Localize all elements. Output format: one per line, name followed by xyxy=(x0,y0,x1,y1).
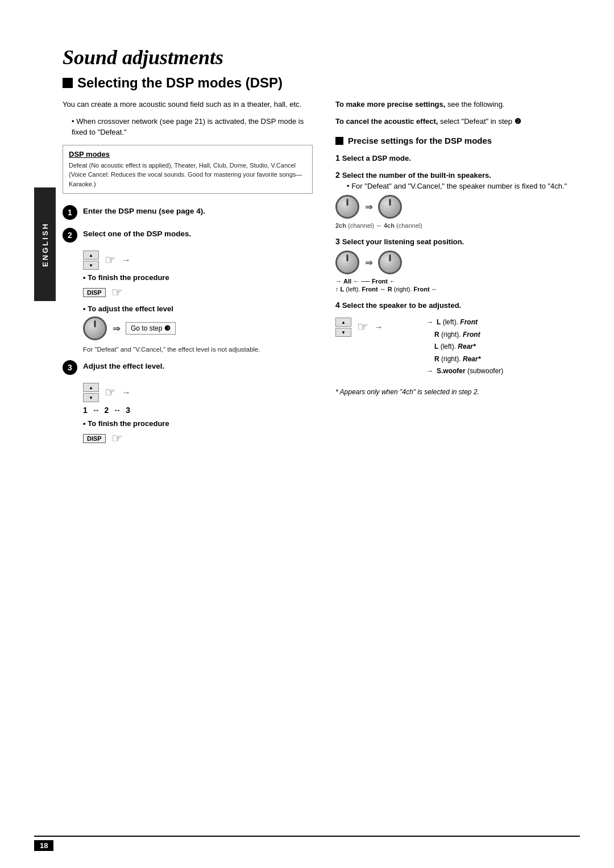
step3-arrow-down: ▼ xyxy=(83,393,99,402)
sub-step-effect: To adjust the effect level ⇒ Go to step … xyxy=(83,304,313,340)
step4-icons: ▲ ▼ ☞ → xyxy=(335,314,383,340)
bullet-crossover: When crossover network (see page 21) is … xyxy=(72,116,313,138)
dsp-box-text: Defeat (No acoustic effect is applied), … xyxy=(69,161,306,189)
knob-4ch xyxy=(378,195,402,219)
step2-icon-area: ▲ ▼ ☞ → To finish the procedure DISP ☞ xyxy=(83,251,313,354)
arrow-thick-2: ⇒ xyxy=(365,202,372,212)
hand-icon: ☞ xyxy=(105,253,116,268)
disp-icon-row-1: DISP ☞ xyxy=(83,285,313,300)
step2-knobs: ⇒ xyxy=(335,195,580,219)
page-title: Sound adjustments xyxy=(63,45,580,69)
disp-icon-row-2: DISP ☞ xyxy=(83,431,313,446)
step-3-circle: 3 xyxy=(63,360,77,375)
precise-heading-square xyxy=(335,137,343,145)
speaker-diagram: → L (left). Front R (right). Front L (le… xyxy=(426,316,503,378)
two-column-layout: You can create a more acoustic sound fie… xyxy=(63,99,580,450)
section-heading-text: Selecting the DSP modes (DSP) xyxy=(77,75,283,91)
step-1-text: Enter the DSP menu (see page 4). xyxy=(83,205,205,217)
pos-diagram: → All ← ── Front ← ↑ L (left). Front ↔ R… xyxy=(335,278,580,293)
section-heading-square xyxy=(63,78,73,88)
arrow-right-icon: → xyxy=(122,255,131,265)
precise-heading: Precise settings for the DSP modes xyxy=(335,136,580,145)
section-heading: Selecting the DSP modes (DSP) xyxy=(63,75,580,91)
effect-icon-row: ⇒ Go to step ❸ xyxy=(83,316,313,340)
right-step-3: 3 Select your listening seat position. ⇒… xyxy=(335,237,580,293)
step3-knobs: ⇒ xyxy=(335,251,580,274)
step3-content: ▲ ▼ ☞ → 1 ↔ 2 ↔ 3 To finish the procedur… xyxy=(83,383,313,446)
right-intro-text: To make more precise settings, see the f… xyxy=(335,99,580,110)
right-step-1-content: 1 Select a DSP mode. xyxy=(335,153,580,162)
step-1-circle: 1 xyxy=(63,205,77,220)
right-step-3-content: 3 Select your listening seat position. xyxy=(335,237,580,246)
right-step-2-sub: For "Defeat" and "V.Cancel," the speaker… xyxy=(347,182,580,190)
step-1: 1 Enter the DSP menu (see page 4). xyxy=(63,205,313,220)
step3-icon-row: ▲ ▼ ☞ → xyxy=(83,383,313,402)
knob-pos-1 xyxy=(335,251,359,274)
sub-step-finish-label-1: To finish the procedure xyxy=(83,273,313,282)
step3-arrow-up: ▲ xyxy=(83,383,99,392)
knob-icon xyxy=(83,316,107,340)
page-container: ENGLISH Sound adjustments Selecting the … xyxy=(0,0,614,868)
step4-arrow-down: ▼ xyxy=(335,328,351,337)
step2-icon-row: ▲ ▼ ☞ → xyxy=(83,251,313,270)
right-step-2-content: 2 Select the number of the built-in spea… xyxy=(335,170,580,180)
sub-step-finish-1: To finish the procedure DISP ☞ xyxy=(83,273,313,300)
effect-note: For "Defeat" and "V.Cancel," the effect … xyxy=(83,345,313,354)
goto-step-box: Go to step ❸ xyxy=(126,322,176,335)
right-step-4-content: 4 Select the speaker to be adjusted. xyxy=(335,301,580,310)
english-sidebar: ENGLISH xyxy=(34,187,56,301)
sub-step-finish-2: To finish the procedure DISP ☞ xyxy=(83,419,313,446)
step-3-text: Adjust the effect level. xyxy=(83,360,164,372)
channel-label: 2ch (channel) ↔ 4ch (channel) xyxy=(335,222,580,229)
step4-arrow-buttons: ▲ ▼ xyxy=(335,318,351,337)
knob-pos-2 xyxy=(378,251,402,274)
step3-arrow-buttons: ▲ ▼ xyxy=(83,383,99,402)
arrow-up: ▲ xyxy=(83,251,99,260)
page-footer: 18 xyxy=(34,836,580,851)
main-content: Sound adjustments Selecting the DSP mode… xyxy=(63,34,580,450)
spk-l-front: → L (left). Front xyxy=(426,316,503,329)
step3-hand-icon: ☞ xyxy=(105,385,116,400)
step3-arrow-right: → xyxy=(122,387,131,398)
page-number: 18 xyxy=(34,840,53,851)
step-2-text: Select one of the DSP modes. xyxy=(83,228,191,240)
step-2: 2 Select one of the DSP modes. xyxy=(63,228,313,243)
precise-heading-text: Precise settings for the DSP modes xyxy=(348,136,492,145)
arrow-down: ▼ xyxy=(83,261,99,270)
step-2-circle: 2 xyxy=(63,228,77,243)
spk-r-rear: R (right). Rear* xyxy=(426,353,503,366)
sidebar-label: ENGLISH xyxy=(41,222,49,267)
sub-step-finish-label-2: To finish the procedure xyxy=(83,419,313,428)
footnote: * Appears only when "4ch" is selected in… xyxy=(335,387,580,397)
step4-hand: ☞ xyxy=(357,320,368,335)
pos-line-2: ↑ L (left). Front ↔ R (right). Front ← xyxy=(335,286,580,293)
right-step-2: 2 Select the number of the built-in spea… xyxy=(335,170,580,229)
arrow-thick-3: ⇒ xyxy=(365,257,372,268)
hand-icon-3: ☞ xyxy=(111,431,123,446)
hand-icon-2: ☞ xyxy=(111,285,123,300)
intro-text-1: You can create a more acoustic sound fie… xyxy=(63,99,313,110)
spk-subwoofer: → S.woofer (subwoofer) xyxy=(426,365,503,378)
knob-2ch xyxy=(335,195,359,219)
sub-step-effect-label: To adjust the effect level xyxy=(83,304,313,313)
step-3: 3 Adjust the effect level. xyxy=(63,360,313,375)
step4-layout: ▲ ▼ ☞ → → L (left). Front xyxy=(335,314,580,378)
step3-numbers: 1 ↔ 2 ↔ 3 xyxy=(83,406,313,415)
disp-button-2: DISP xyxy=(83,434,106,443)
right-column: To make more precise settings, see the f… xyxy=(335,99,580,450)
spk-l-rear: L (left). Rear* xyxy=(426,341,503,353)
disp-button-1: DISP xyxy=(83,288,106,297)
left-column: You can create a more acoustic sound fie… xyxy=(63,99,313,450)
step4-arrow: → xyxy=(374,322,383,332)
dsp-box-title: DSP modes xyxy=(69,150,306,158)
step4-arrow-icon: ▲ ▼ ☞ → xyxy=(335,318,383,337)
arrow-thick: ⇒ xyxy=(113,323,120,334)
pos-line-1: → All ← ── Front ← xyxy=(335,278,580,285)
right-cancel-text: To cancel the acoustic effect, select "D… xyxy=(335,116,580,127)
step4-arrow-up: ▲ xyxy=(335,318,351,327)
right-step-4: 4 Select the speaker to be adjusted. ▲ ▼ xyxy=(335,301,580,378)
right-step-1: 1 Select a DSP mode. xyxy=(335,153,580,162)
arrow-buttons: ▲ ▼ xyxy=(83,251,99,270)
spk-r-front: R (right). Front xyxy=(426,329,503,341)
dsp-modes-box: DSP modes Defeat (No acoustic effect is … xyxy=(63,145,313,194)
